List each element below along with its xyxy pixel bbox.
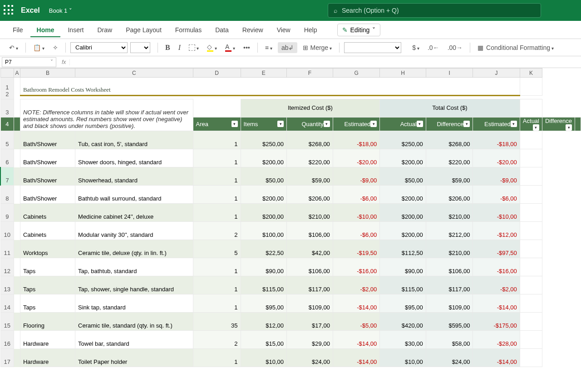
cell-tot-diff[interactable]: -$6,00 [473,186,520,204]
row-header[interactable]: 6 [0,149,14,167]
cell-item-est[interactable]: $200,00 [241,204,287,222]
cell-area[interactable]: Cabinets [20,204,75,222]
col-header[interactable]: G [333,69,379,78]
cell-item-act[interactable]: $106,00 [287,258,333,276]
border-button[interactable] [186,42,202,53]
cell-tot-est[interactable]: $10,00 [380,349,426,367]
table-row[interactable]: 7 Bath/Shower Showerhead, standard 1 $50… [0,167,581,186]
row-header[interactable]: 14 [0,294,14,313]
tab-review[interactable]: Review [236,23,270,37]
font-family-select[interactable]: Calibri [70,42,128,53]
table-row[interactable]: 10 Cabinets Modular vanity 30'', standar… [0,222,581,240]
cell-item-diff[interactable]: -$14,00 [333,331,379,349]
col-header[interactable]: D [193,69,241,78]
cell-tot-diff[interactable]: -$20,00 [473,149,520,167]
cell-item[interactable]: Ceramic tile, deluxe (qty. in lin. ft.) [75,240,193,258]
table-row[interactable]: 16 Hardware Towel bar, standard 2 $15,00… [0,331,581,349]
cell-item-diff[interactable]: -$6,00 [333,222,379,240]
spreadsheet-grid[interactable]: A B C D E F G H I J K 12Bathroom Remodel… [0,68,581,392]
cell-tot-diff[interactable]: -$14,00 [473,349,520,367]
fill-color-button[interactable]: ◇ [204,41,220,54]
cell-item[interactable]: Medicine cabinet 24'', deluxe [75,204,193,222]
cell-item-act[interactable]: $24,00 [287,349,333,367]
row-header[interactable]: 7 [0,167,14,186]
cell-item-diff[interactable]: -$10,00 [333,204,379,222]
cell-item[interactable]: Tub, cast iron, 5', standard [75,131,193,149]
cell-item[interactable]: Tap, shower, single handle, standard [75,276,193,294]
table-row[interactable]: 8 Bath/Shower Bathtub wall surround, sta… [0,186,581,204]
column-headers[interactable]: A B C D E F G H I J K [0,69,581,78]
col-header[interactable]: I [426,69,473,78]
cell-qty[interactable]: 1 [193,258,241,276]
tab-file[interactable]: File [6,23,30,37]
row-header[interactable]: 3 [0,99,14,118]
header-diff-t[interactable]: Difference▾ [542,118,575,131]
cell-item[interactable]: Showerhead, standard [75,167,193,186]
header-est-t[interactable]: Estimated▾ [473,118,520,131]
document-name[interactable]: Book 1˅ [49,7,72,14]
cell-tot-act[interactable]: $220,00 [426,149,473,167]
cell-tot-act[interactable]: $106,00 [426,258,473,276]
cell-tot-est[interactable]: $50,00 [380,167,426,186]
cell-tot-est[interactable]: $112,50 [380,240,426,258]
cell-tot-est[interactable]: $200,00 [380,186,426,204]
cell-item-diff[interactable]: -$14,00 [333,349,379,367]
header-act-t[interactable]: Actual▾ [520,118,542,131]
cell-tot-est[interactable]: $95,00 [380,294,426,313]
cell-tot-est[interactable]: $250,00 [380,131,426,149]
cell-tot-act[interactable]: $212,00 [426,222,473,240]
col-header[interactable]: B [20,69,75,78]
cell-item-act[interactable]: $17,00 [287,313,333,331]
cell-tot-diff[interactable]: -$175,00 [473,313,520,331]
col-header[interactable]: C [75,69,193,78]
cell-item-act[interactable]: $42,00 [287,240,333,258]
row-header[interactable]: 15 [0,313,14,331]
cell-tot-diff[interactable]: -$18,00 [473,131,520,149]
cell-item-est[interactable]: $250,00 [241,131,287,149]
filter-icon[interactable]: ▾ [231,121,238,127]
cell-item-diff[interactable]: -$6,00 [333,186,379,204]
col-header[interactable]: K [520,69,542,78]
cell-item-est[interactable]: $100,00 [241,222,287,240]
search-input[interactable]: ⌕ Search (Option + Q) [328,3,541,18]
cell-area[interactable]: Bath/Shower [20,167,75,186]
cell-item-diff[interactable]: -$20,00 [333,149,379,167]
undo-button[interactable]: ↶ [6,42,21,53]
cell-tot-act[interactable]: $59,00 [426,167,473,186]
cell-item-act[interactable]: $210,00 [287,204,333,222]
col-header[interactable]: J [473,69,520,78]
tab-view[interactable]: View [271,23,297,37]
tab-data[interactable]: Data [209,23,235,37]
cell-item[interactable]: Tap, bathtub, standard [75,258,193,276]
tab-insert[interactable]: Insert [61,23,90,37]
cell-item-est[interactable]: $50,00 [241,167,287,186]
cell-qty[interactable]: 1 [193,167,241,186]
row-header[interactable]: 9 [0,204,14,222]
header-act[interactable]: Actual▾ [380,118,426,131]
col-header[interactable]: E [241,69,287,78]
row-header[interactable]: 12 [0,258,14,276]
cell-tot-act[interactable]: $595,00 [426,313,473,331]
cell-qty[interactable]: 1 [193,131,241,149]
cell-item-act[interactable]: $206,00 [287,186,333,204]
cell-qty[interactable]: 1 [193,204,241,222]
cell-qty[interactable]: 1 [193,294,241,313]
row-header[interactable]: 5 [0,131,14,149]
cell-item-est[interactable]: $200,00 [241,149,287,167]
align-button[interactable]: ≡ [262,42,275,53]
row-header[interactable]: 17 [0,349,14,367]
cell-item-diff[interactable]: -$9,00 [333,167,379,186]
cell-item-est[interactable]: $22,50 [241,240,287,258]
row-header[interactable]: 13 [0,276,14,294]
cell-area[interactable]: Worktops [20,240,75,258]
filter-icon[interactable]: ▾ [463,121,470,127]
table-row[interactable]: 12 Taps Tap, bathtub, standard 1 $90,00 … [0,258,581,276]
row-header[interactable]: 8 [0,186,14,204]
header-area[interactable]: Area▾ [193,118,241,131]
tab-page-layout[interactable]: Page Layout [119,23,168,37]
table-row[interactable]: 13 Taps Tap, shower, single handle, stan… [0,276,581,294]
cell-item-est[interactable]: $90,00 [241,258,287,276]
col-header[interactable]: A [14,69,20,78]
cell-item-act[interactable]: $29,00 [287,331,333,349]
cell-qty[interactable]: 35 [193,313,241,331]
